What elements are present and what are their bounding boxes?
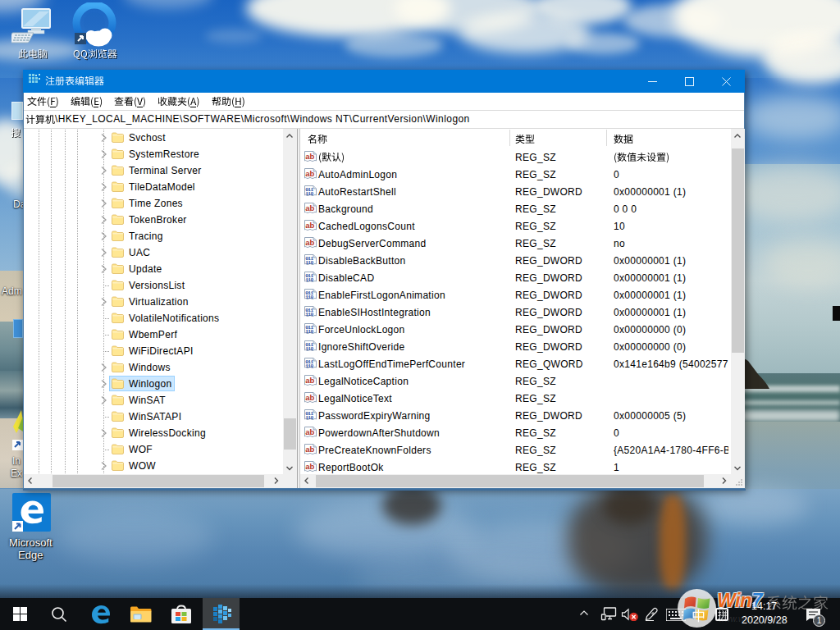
svg-text:ab: ab: [305, 393, 314, 402]
svg-text:110: 110: [305, 277, 313, 283]
svg-text:110: 110: [305, 363, 313, 369]
svg-text:ab: ab: [305, 462, 314, 471]
svg-text:ab: ab: [305, 203, 314, 212]
svg-text:ab: ab: [305, 427, 314, 436]
svg-text:ab: ab: [305, 238, 314, 247]
svg-text:ab: ab: [305, 445, 314, 454]
svg-text:110: 110: [305, 312, 313, 317]
svg-text:110: 110: [305, 294, 313, 300]
svg-text:ab: ab: [305, 152, 314, 161]
svg-text:ab: ab: [305, 221, 314, 230]
svg-text:110: 110: [305, 329, 313, 335]
svg-text:110: 110: [305, 346, 313, 352]
svg-text:110: 110: [305, 415, 313, 421]
svg-text:110: 110: [305, 191, 313, 197]
svg-text:ab: ab: [305, 376, 314, 385]
svg-text:110: 110: [305, 260, 313, 266]
svg-text:ab: ab: [305, 169, 314, 178]
